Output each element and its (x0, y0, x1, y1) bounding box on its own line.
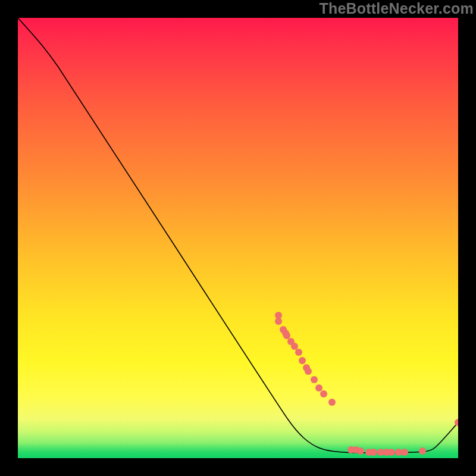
chart-canvas: TheBottleNecker.com (0, 0, 476, 476)
plot-area (18, 18, 458, 458)
data-point (315, 384, 322, 392)
bottleneck-curve (18, 18, 458, 453)
data-point (305, 368, 312, 375)
data-point (283, 332, 290, 339)
data-point (311, 376, 318, 383)
data-point (401, 449, 408, 456)
data-point (275, 318, 282, 325)
data-point (328, 399, 336, 406)
data-point (455, 419, 458, 426)
data-point (320, 390, 327, 397)
data-point (388, 449, 395, 456)
watermark-text: TheBottleNecker.com (320, 0, 474, 17)
data-point (357, 447, 364, 455)
data-point (419, 447, 426, 455)
data-point (299, 357, 306, 364)
data-point (291, 343, 298, 350)
data-point (295, 349, 302, 356)
data-point (370, 449, 377, 456)
chart-svg (18, 18, 458, 458)
data-points (275, 312, 458, 456)
